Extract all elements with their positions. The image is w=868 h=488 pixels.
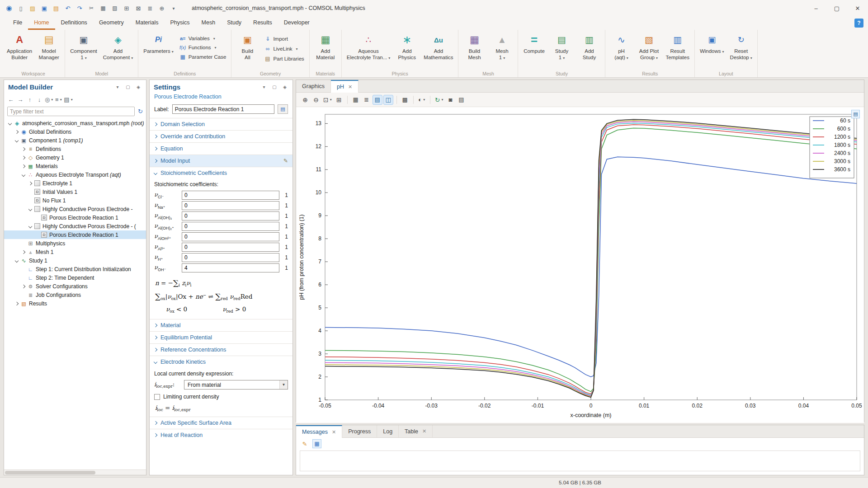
- study-1-button[interactable]: ▤Study1▾: [548, 31, 575, 61]
- undo-icon[interactable]: ↶: [62, 3, 73, 14]
- stoich-input[interactable]: [182, 201, 279, 210]
- build-all-button[interactable]: ▣BuildAll: [234, 31, 261, 61]
- lock-axes-icon[interactable]: ▩: [400, 95, 410, 105]
- variables-button[interactable]: a=Variables▾: [177, 35, 229, 42]
- livelink-button[interactable]: ∞LiveLink▾: [261, 45, 307, 53]
- open-file-icon[interactable]: ▨: [27, 3, 38, 14]
- tree-item[interactable]: DPorous Electrode Reaction 1: [4, 213, 146, 222]
- section-model-input[interactable]: Model Input✎: [150, 155, 292, 167]
- ribbon-tab-study[interactable]: Study: [221, 16, 247, 30]
- compare-icon[interactable]: ≣: [145, 3, 156, 14]
- tree-item[interactable]: ≡Definitions: [4, 145, 146, 153]
- graphics-tab-ph[interactable]: pH✕: [331, 80, 359, 93]
- tree-item[interactable]: ∿Study 1: [4, 256, 146, 265]
- close-tab-icon[interactable]: ✕: [348, 84, 352, 90]
- stoich-input[interactable]: [182, 263, 279, 272]
- stoich-input[interactable]: [182, 243, 279, 252]
- model-manager-button[interactable]: ▤ModelManager: [35, 31, 62, 61]
- app-logo[interactable]: ◉: [4, 3, 14, 14]
- tree-item[interactable]: Highly Conductive Porous Electrode -: [4, 205, 146, 213]
- panel-pin-icon[interactable]: ◈: [281, 83, 288, 90]
- part-libraries-button[interactable]: ▤Part Libraries: [261, 55, 307, 63]
- messages-tab-table[interactable]: Table✕: [399, 425, 433, 437]
- section-equilibrium-potential[interactable]: Equilibrium Potential: [150, 332, 292, 343]
- stoich-input[interactable]: [182, 232, 279, 241]
- parameters-button[interactable]: PiParameters▾: [141, 31, 176, 54]
- tree-item[interactable]: ⚙Solver Configurations: [4, 282, 146, 291]
- section-stoichiometric-coefficients[interactable]: Stoichiometric Coefficients: [150, 167, 292, 179]
- redo-icon[interactable]: ↷: [74, 3, 85, 14]
- tree-item[interactable]: Highly Conductive Porous Electrode - (: [4, 222, 146, 230]
- stoich-input[interactable]: [182, 211, 279, 221]
- stoich-input[interactable]: [182, 222, 279, 231]
- section-material[interactable]: Material: [150, 319, 292, 331]
- ph-aqt-button[interactable]: ∿pH(aqt)▾: [608, 31, 635, 61]
- component-1-button[interactable]: ▣Component1▾: [67, 31, 99, 61]
- axis-icon[interactable]: ≣: [362, 95, 372, 105]
- section-domain-selection[interactable]: Domain Selection: [150, 118, 292, 130]
- tree-item[interactable]: ▦Materials: [4, 162, 146, 170]
- new-file-icon[interactable]: ▯: [15, 3, 26, 14]
- customize-toolbar-icon[interactable]: ▾: [168, 3, 179, 14]
- show-icon[interactable]: ◎▾: [45, 95, 53, 103]
- compute-button[interactable]: =Compute: [520, 31, 547, 54]
- ribbon-tab-geometry[interactable]: Geometry: [93, 16, 130, 30]
- print-icon[interactable]: ▤: [457, 95, 467, 105]
- grid-icon[interactable]: ▦: [351, 95, 361, 105]
- functions-button[interactable]: f(x)Functions▾: [177, 44, 229, 51]
- model-manager-icon[interactable]: ▤: [51, 3, 61, 14]
- snapshot-icon[interactable]: ◙: [446, 95, 456, 105]
- close-tab-icon[interactable]: ✕: [422, 428, 426, 434]
- tree-settings-icon[interactable]: ▤▾: [64, 95, 72, 103]
- copy-icon[interactable]: ▦: [98, 3, 108, 14]
- import-button[interactable]: ⇓Import: [261, 35, 307, 43]
- section-electrode-kinetics[interactable]: Electrode Kinetics: [150, 356, 292, 368]
- stoich-input[interactable]: [182, 191, 279, 200]
- zoom-extents-icon[interactable]: ⊞: [334, 95, 344, 105]
- panel-float-icon[interactable]: ▢: [271, 83, 278, 90]
- messages-tab-progress[interactable]: Progress: [342, 425, 377, 437]
- tree-item[interactable]: ▧Results: [4, 299, 146, 308]
- tree-item[interactable]: ▲Mesh 1: [4, 248, 146, 256]
- collapse-all-icon[interactable]: ≡▾: [54, 95, 62, 103]
- panel-pin-icon[interactable]: ◈: [135, 83, 142, 90]
- mesh-1-button[interactable]: ▲Mesh1▾: [488, 31, 515, 61]
- frame-icon[interactable]: ◫: [383, 95, 393, 105]
- ribbon-tab-mesh[interactable]: Mesh: [196, 16, 222, 30]
- filter-input[interactable]: [7, 107, 135, 116]
- section-override-and-contribution[interactable]: Override and Contribution: [150, 131, 292, 142]
- ribbon-tab-file[interactable]: File: [7, 16, 28, 30]
- stoich-input[interactable]: [182, 253, 279, 262]
- plot-area[interactable]: ▤ -0.05-0.04-0.03-0.02-0.0100.010.020.03…: [296, 107, 864, 423]
- ribbon-tab-physics[interactable]: Physics: [164, 16, 195, 30]
- tree-item[interactable]: ◈atmospheric_corrosion_mass_transport.mp…: [4, 119, 146, 127]
- application-builder-button[interactable]: AApplicationBuilder: [4, 31, 35, 61]
- parameter-case-button[interactable]: ▦Parameter Case: [177, 53, 229, 61]
- messages-tab-log[interactable]: Log: [377, 425, 399, 437]
- limiting-current-density-checkbox[interactable]: [154, 394, 160, 400]
- scrollbar-thumb[interactable]: [5, 471, 95, 474]
- ribbon-tab-developer[interactable]: Developer: [278, 16, 316, 30]
- panel-menu-icon[interactable]: ▾: [114, 83, 121, 90]
- zoom-in-icon[interactable]: ⊕: [300, 95, 310, 105]
- ribbon-tab-definitions[interactable]: Definitions: [55, 16, 93, 30]
- tree-item[interactable]: ▣Component 1 (comp1): [4, 136, 146, 145]
- add-mathematics-button[interactable]: ΔuAddMathematics: [421, 31, 456, 61]
- add-study-button[interactable]: ▥AddStudy: [576, 31, 603, 61]
- edit-model-input-icon[interactable]: ✎: [283, 158, 288, 164]
- clear-messages-icon[interactable]: ✎: [300, 439, 309, 448]
- section-heat-of-reaction[interactable]: Heat of Reaction: [150, 429, 292, 441]
- aqueous-electrolyte-transport-button[interactable]: ∴AqueousElectrolyte Tran...▾: [344, 31, 393, 61]
- reset-desktop-button[interactable]: ↻ResetDesktop▾: [727, 31, 755, 61]
- tree-item[interactable]: ⊞Multiphysics: [4, 239, 146, 248]
- model-builder-hscrollbar[interactable]: [4, 469, 146, 475]
- tree-item[interactable]: DInitial Values 1: [4, 188, 146, 196]
- tree-item[interactable]: DNo Flux 1: [4, 196, 146, 205]
- ribbon-tab-results[interactable]: Results: [247, 16, 278, 30]
- panel-menu-icon[interactable]: ▾: [260, 83, 268, 90]
- close-button[interactable]: ✕: [847, 0, 868, 16]
- zoom-selection-icon[interactable]: ⊕: [156, 3, 167, 14]
- graphics-tab-graphics[interactable]: Graphics: [296, 80, 331, 92]
- section-equation[interactable]: Equation: [150, 143, 292, 155]
- cut-icon[interactable]: ✂: [86, 3, 97, 14]
